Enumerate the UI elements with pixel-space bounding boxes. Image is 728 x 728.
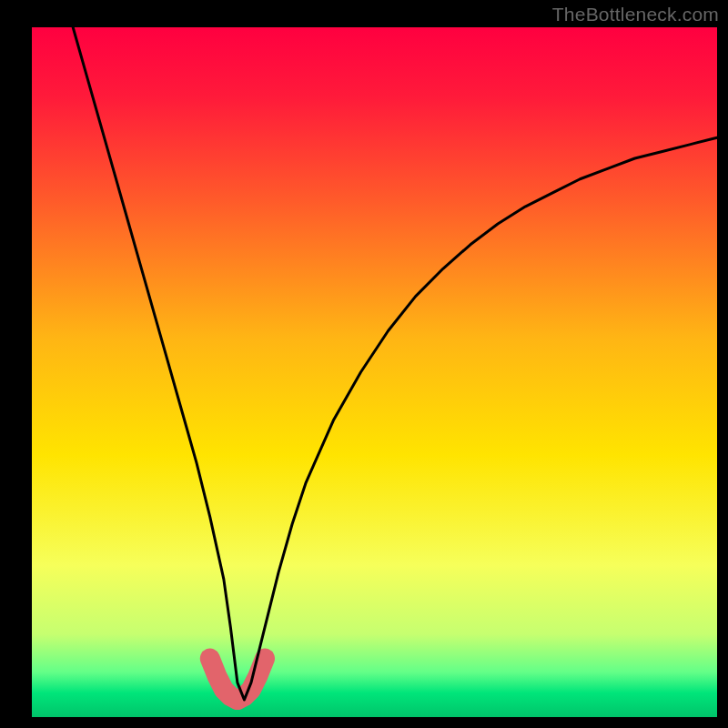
plot-background [32, 27, 717, 717]
bottleneck-chart [0, 0, 728, 728]
watermark-text: TheBottleneck.com [552, 4, 719, 25]
chart-root: TheBottleneck.com [0, 0, 728, 728]
